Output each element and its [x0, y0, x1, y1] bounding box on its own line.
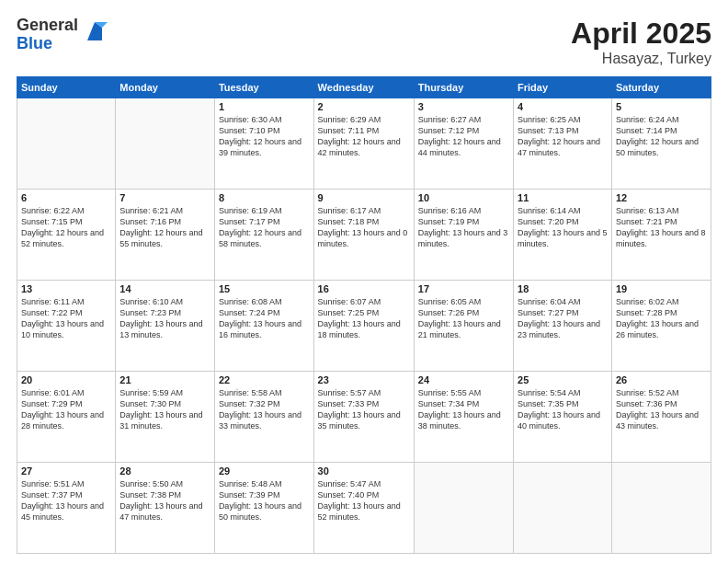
day-info: Sunrise: 5:58 AM Sunset: 7:32 PM Dayligh… — [219, 387, 310, 432]
calendar-cell: 14Sunrise: 6:10 AM Sunset: 7:23 PM Dayli… — [116, 281, 215, 372]
day-number: 29 — [219, 465, 310, 477]
day-info: Sunrise: 6:02 AM Sunset: 7:28 PM Dayligh… — [616, 296, 707, 341]
calendar-cell: 9Sunrise: 6:17 AM Sunset: 7:18 PM Daylig… — [313, 190, 414, 281]
day-number: 10 — [418, 192, 509, 203]
calendar-cell: 7Sunrise: 6:21 AM Sunset: 7:16 PM Daylig… — [116, 190, 215, 281]
title-block: April 2025 Hasayaz, Turkey — [571, 17, 711, 67]
day-number: 17 — [418, 283, 509, 294]
calendar-table: SundayMondayTuesdayWednesdayThursdayFrid… — [17, 76, 711, 554]
day-number: 19 — [616, 283, 707, 294]
day-info: Sunrise: 5:54 AM Sunset: 7:35 PM Dayligh… — [518, 387, 608, 432]
calendar-cell: 18Sunrise: 6:04 AM Sunset: 7:27 PM Dayli… — [514, 281, 612, 372]
day-info: Sunrise: 6:08 AM Sunset: 7:24 PM Dayligh… — [219, 296, 310, 341]
calendar-cell: 22Sunrise: 5:58 AM Sunset: 7:32 PM Dayli… — [214, 372, 313, 463]
day-info: Sunrise: 6:01 AM Sunset: 7:29 PM Dayligh… — [21, 387, 111, 432]
day-number: 3 — [418, 101, 509, 112]
calendar-cell: 17Sunrise: 6:05 AM Sunset: 7:26 PM Dayli… — [414, 281, 513, 372]
calendar-cell: 1Sunrise: 6:30 AM Sunset: 7:10 PM Daylig… — [214, 98, 313, 190]
day-number: 14 — [119, 283, 210, 294]
col-header-thursday: Thursday — [414, 77, 513, 98]
day-info: Sunrise: 6:05 AM Sunset: 7:26 PM Dayligh… — [418, 296, 509, 341]
day-info: Sunrise: 6:21 AM Sunset: 7:16 PM Dayligh… — [119, 205, 210, 250]
day-info: Sunrise: 5:57 AM Sunset: 7:33 PM Dayligh… — [318, 387, 410, 432]
day-number: 25 — [518, 374, 608, 385]
calendar-cell — [514, 463, 612, 554]
logo: General Blue — [17, 17, 108, 53]
logo-text: General Blue — [17, 17, 78, 53]
calendar-cell — [116, 98, 215, 190]
logo-icon — [82, 20, 108, 46]
day-number: 26 — [616, 374, 707, 385]
day-number: 11 — [518, 192, 608, 203]
day-info: Sunrise: 6:27 AM Sunset: 7:12 PM Dayligh… — [418, 114, 509, 159]
logo-blue: Blue — [17, 35, 78, 53]
day-number: 24 — [418, 374, 509, 385]
calendar-cell: 19Sunrise: 6:02 AM Sunset: 7:28 PM Dayli… — [611, 281, 711, 372]
day-number: 18 — [518, 283, 608, 294]
calendar-cell: 23Sunrise: 5:57 AM Sunset: 7:33 PM Dayli… — [313, 372, 414, 463]
day-info: Sunrise: 5:59 AM Sunset: 7:30 PM Dayligh… — [119, 387, 210, 432]
day-number: 8 — [219, 192, 310, 203]
week-row-4: 20Sunrise: 6:01 AM Sunset: 7:29 PM Dayli… — [17, 372, 711, 463]
header-row: SundayMondayTuesdayWednesdayThursdayFrid… — [17, 77, 711, 98]
day-number: 13 — [21, 283, 111, 294]
day-info: Sunrise: 6:07 AM Sunset: 7:25 PM Dayligh… — [318, 296, 410, 341]
calendar-cell: 5Sunrise: 6:24 AM Sunset: 7:14 PM Daylig… — [611, 98, 711, 190]
calendar-cell — [414, 463, 513, 554]
col-header-monday: Monday — [116, 77, 215, 98]
day-number: 30 — [318, 465, 410, 477]
calendar-cell: 11Sunrise: 6:14 AM Sunset: 7:20 PM Dayli… — [514, 190, 612, 281]
calendar-cell: 24Sunrise: 5:55 AM Sunset: 7:34 PM Dayli… — [414, 372, 513, 463]
col-header-friday: Friday — [514, 77, 612, 98]
day-info: Sunrise: 5:55 AM Sunset: 7:34 PM Dayligh… — [418, 387, 509, 432]
day-info: Sunrise: 6:10 AM Sunset: 7:23 PM Dayligh… — [119, 296, 210, 341]
calendar-cell: 3Sunrise: 6:27 AM Sunset: 7:12 PM Daylig… — [414, 98, 513, 190]
day-info: Sunrise: 5:47 AM Sunset: 7:40 PM Dayligh… — [318, 478, 410, 523]
calendar-cell: 20Sunrise: 6:01 AM Sunset: 7:29 PM Dayli… — [17, 372, 116, 463]
day-number: 22 — [219, 374, 310, 385]
day-number: 7 — [119, 192, 210, 203]
day-info: Sunrise: 6:19 AM Sunset: 7:17 PM Dayligh… — [219, 205, 310, 250]
day-info: Sunrise: 5:52 AM Sunset: 7:36 PM Dayligh… — [616, 387, 707, 432]
calendar-cell: 30Sunrise: 5:47 AM Sunset: 7:40 PM Dayli… — [313, 463, 414, 554]
calendar-cell: 28Sunrise: 5:50 AM Sunset: 7:38 PM Dayli… — [116, 463, 215, 554]
col-header-sunday: Sunday — [17, 77, 116, 98]
day-info: Sunrise: 6:30 AM Sunset: 7:10 PM Dayligh… — [219, 114, 310, 159]
day-info: Sunrise: 6:16 AM Sunset: 7:19 PM Dayligh… — [418, 205, 509, 250]
page: General Blue April 2025 Hasayaz, Turkey … — [0, 0, 728, 563]
day-number: 23 — [318, 374, 410, 385]
day-info: Sunrise: 6:25 AM Sunset: 7:13 PM Dayligh… — [518, 114, 608, 159]
week-row-2: 6Sunrise: 6:22 AM Sunset: 7:15 PM Daylig… — [17, 190, 711, 281]
day-info: Sunrise: 5:48 AM Sunset: 7:39 PM Dayligh… — [219, 478, 310, 523]
week-row-1: 1Sunrise: 6:30 AM Sunset: 7:10 PM Daylig… — [17, 98, 711, 190]
calendar-cell: 8Sunrise: 6:19 AM Sunset: 7:17 PM Daylig… — [214, 190, 313, 281]
calendar-cell: 13Sunrise: 6:11 AM Sunset: 7:22 PM Dayli… — [17, 281, 116, 372]
calendar-cell: 10Sunrise: 6:16 AM Sunset: 7:19 PM Dayli… — [414, 190, 513, 281]
week-row-3: 13Sunrise: 6:11 AM Sunset: 7:22 PM Dayli… — [17, 281, 711, 372]
day-info: Sunrise: 6:22 AM Sunset: 7:15 PM Dayligh… — [21, 205, 111, 250]
day-info: Sunrise: 6:13 AM Sunset: 7:21 PM Dayligh… — [616, 205, 707, 250]
day-number: 20 — [21, 374, 111, 385]
day-number: 4 — [518, 101, 608, 112]
calendar-cell: 21Sunrise: 5:59 AM Sunset: 7:30 PM Dayli… — [116, 372, 215, 463]
day-number: 2 — [318, 101, 410, 112]
day-number: 21 — [119, 374, 210, 385]
day-number: 27 — [21, 465, 111, 477]
day-info: Sunrise: 6:04 AM Sunset: 7:27 PM Dayligh… — [518, 296, 608, 341]
calendar-cell: 2Sunrise: 6:29 AM Sunset: 7:11 PM Daylig… — [313, 98, 414, 190]
day-number: 16 — [318, 283, 410, 294]
calendar-cell: 26Sunrise: 5:52 AM Sunset: 7:36 PM Dayli… — [611, 372, 711, 463]
day-number: 6 — [21, 192, 111, 203]
day-number: 12 — [616, 192, 707, 203]
title-month: April 2025 — [571, 17, 711, 51]
day-number: 9 — [318, 192, 410, 203]
day-number: 1 — [219, 101, 310, 112]
day-info: Sunrise: 6:29 AM Sunset: 7:11 PM Dayligh… — [318, 114, 410, 159]
day-info: Sunrise: 5:50 AM Sunset: 7:38 PM Dayligh… — [119, 478, 210, 523]
week-row-5: 27Sunrise: 5:51 AM Sunset: 7:37 PM Dayli… — [17, 463, 711, 554]
calendar-cell: 29Sunrise: 5:48 AM Sunset: 7:39 PM Dayli… — [214, 463, 313, 554]
day-info: Sunrise: 6:24 AM Sunset: 7:14 PM Dayligh… — [616, 114, 707, 159]
calendar-cell: 4Sunrise: 6:25 AM Sunset: 7:13 PM Daylig… — [514, 98, 612, 190]
header: General Blue April 2025 Hasayaz, Turkey — [17, 17, 711, 67]
day-info: Sunrise: 6:14 AM Sunset: 7:20 PM Dayligh… — [518, 205, 608, 250]
